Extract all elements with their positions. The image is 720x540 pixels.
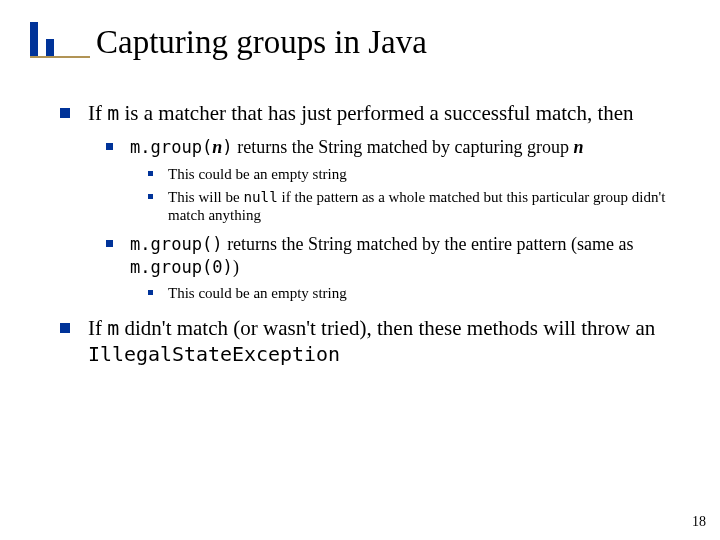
code: m.group( xyxy=(130,137,212,157)
code: m.group() xyxy=(130,234,223,254)
bullet-l2-group-n: m.group(n) returns the String matched by… xyxy=(106,136,690,225)
code-null: null xyxy=(243,189,277,205)
text: This could be an empty string xyxy=(168,285,347,301)
bullet-l3-empty-string-2: This could be an empty string xyxy=(148,284,690,303)
text: This could be an empty string xyxy=(168,166,347,182)
bullet-l2-group-whole: m.group() returns the String matched by … xyxy=(106,233,690,303)
code: ) xyxy=(222,137,232,157)
slide-title-wrap: Capturing groups in Java xyxy=(96,24,427,61)
bullet-l1-matcher: If m is a matcher that has just performe… xyxy=(60,100,690,303)
text: This will be xyxy=(168,189,243,205)
slide-title: Capturing groups in Java xyxy=(96,24,427,60)
bullet-l3-null: This will be null if the pattern as a wh… xyxy=(148,188,690,226)
bullet-l3-empty-string-1: This could be an empty string xyxy=(148,165,690,184)
text: If xyxy=(88,101,107,125)
code-m: m xyxy=(107,316,119,340)
code-exception: IllegalStateException xyxy=(88,342,340,366)
var-n: n xyxy=(574,137,584,157)
code: m.group(0) xyxy=(130,257,233,277)
text: is a matcher that has just performed a s… xyxy=(119,101,633,125)
slide-body: If m is a matcher that has just performe… xyxy=(60,100,690,379)
text: returns the String matched by capturing … xyxy=(233,137,574,157)
text: If xyxy=(88,316,107,340)
slide: Capturing groups in Java If m is a match… xyxy=(0,0,720,540)
var-n: n xyxy=(212,137,222,157)
text: didn't match (or wasn't tried), then the… xyxy=(119,316,655,340)
slide-number: 18 xyxy=(692,514,706,530)
bullet-l1-illegal-state: If m didn't match (or wasn't tried), the… xyxy=(60,315,690,368)
title-accent-bars xyxy=(30,22,86,56)
text: returns the String matched by the entire… xyxy=(223,234,634,254)
text: ) xyxy=(233,257,239,277)
code-m: m xyxy=(107,101,119,125)
